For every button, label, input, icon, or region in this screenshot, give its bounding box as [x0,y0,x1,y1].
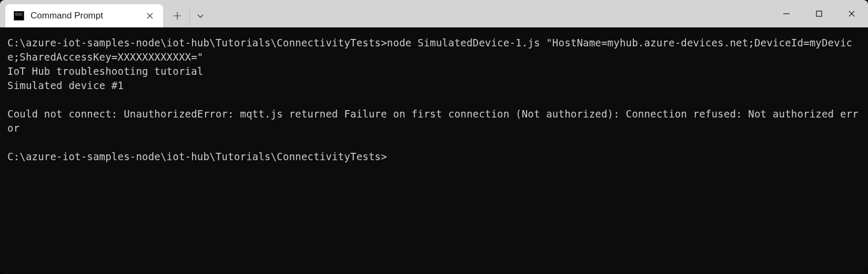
terminal-line: Simulated device #1 [7,79,861,93]
new-tab-button[interactable] [166,6,188,26]
plus-icon [174,12,181,19]
terminal-line: Could not connect: UnauthorizedError: mq… [7,107,861,135]
window-controls [770,0,868,27]
tab-dropdown-button[interactable] [189,6,210,26]
tab-close-button[interactable] [144,10,156,22]
terminal-line: IoT Hub troubleshooting tutorial [7,64,861,79]
maximize-icon [815,10,823,17]
tab-region: Command Prompt [0,0,210,27]
terminal-line [7,93,861,107]
tab-title: Command Prompt [31,11,138,21]
close-icon [848,10,855,17]
terminal-icon [14,11,24,21]
minimize-icon [783,10,790,17]
close-icon [147,13,153,19]
terminal-body[interactable]: C:\azure-iot-samples-node\iot-hub\Tutori… [0,27,868,274]
tab-command-prompt[interactable]: Command Prompt [5,4,163,27]
terminal-line: C:\azure-iot-samples-node\iot-hub\Tutori… [7,150,861,164]
minimize-button[interactable] [770,3,803,25]
terminal-line: C:\azure-iot-samples-node\iot-hub\Tutori… [7,36,861,64]
terminal-line [7,135,861,150]
chevron-down-icon [197,13,204,18]
maximize-button[interactable] [803,3,835,25]
svg-rect-0 [816,11,822,16]
window-close-button[interactable] [835,3,868,25]
titlebar: Command Prompt [0,0,868,27]
